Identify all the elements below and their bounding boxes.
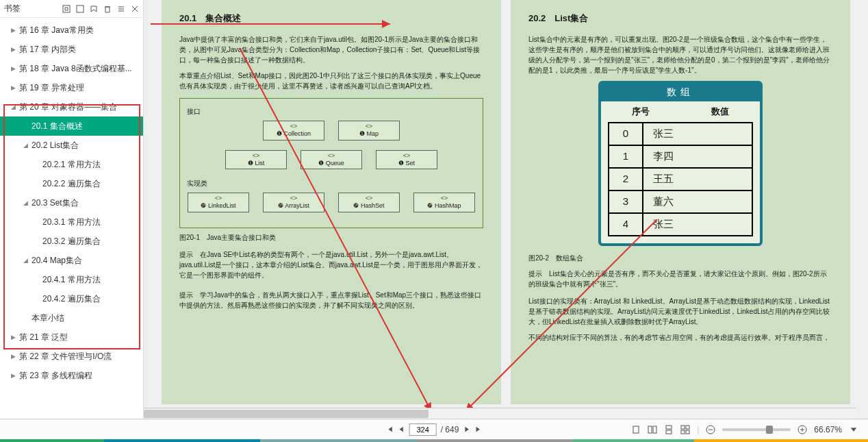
expand-toggle-icon[interactable]: ▶	[10, 334, 16, 341]
zoom-slider[interactable]	[722, 428, 791, 431]
continuous-view-icon[interactable]	[664, 425, 674, 434]
expand-toggle-icon[interactable]: ▶	[10, 27, 16, 34]
zoom-dropdown-icon[interactable]	[849, 425, 858, 434]
expand-toggle-icon[interactable]: ◢	[22, 199, 29, 206]
uml-box: <>❶ Queue	[301, 150, 362, 170]
bookmark-label: 第 23 章 多线程编程	[19, 370, 92, 382]
table-row: 1李四	[609, 145, 752, 167]
svg-rect-10	[681, 426, 685, 429]
uml-box: <>❿ HashSet	[338, 193, 400, 212]
bookmark-label: 第 19 章 异常处理	[19, 82, 84, 94]
prev-page-icon[interactable]	[398, 426, 405, 433]
svg-rect-5	[633, 426, 639, 433]
bookmark-item[interactable]: ▶第 19 章 异常处理	[0, 78, 143, 97]
expand-toggle-icon[interactable]: ◢	[22, 257, 29, 264]
expand-toggle-icon[interactable]: ◢	[10, 103, 16, 110]
svg-rect-8	[666, 426, 672, 429]
last-page-icon[interactable]	[474, 426, 482, 433]
bookmark-item[interactable]: ▶第 18 章 Java 8函数式编程基...	[0, 59, 143, 78]
expand-toggle-icon[interactable]: ▶	[10, 84, 16, 91]
bookmark-item[interactable]: 本章小结	[0, 308, 143, 328]
uml-box: <>❶ Collection	[263, 121, 324, 140]
document-viewer: 20.1 集合概述 Java中提供了丰富的集合接口和类，它们来自于java.ut…	[144, 0, 868, 419]
bookmark-item[interactable]: ◢第 20 章 对象容器——集合	[0, 97, 143, 116]
bookmark-item[interactable]: 20.2.1 常用方法	[0, 155, 143, 174]
table-row: 4张三	[609, 212, 752, 235]
continuous-two-page-icon[interactable]	[680, 425, 690, 434]
bookmark-label: 20.4 Map集合	[31, 255, 82, 267]
bookmark-label: 20.2 List集合	[31, 140, 79, 151]
page-navigator: / 649	[386, 423, 483, 436]
new-bookmark-icon[interactable]	[90, 5, 98, 13]
expand-toggle-icon[interactable]: ▶	[10, 353, 16, 360]
paragraph: 不同的结构对应于不同的算法，有的考虑节省占用空间，有的考虑提高运行效率。对于程序…	[528, 332, 832, 343]
bookmark-label: 20.2.2 遍历集合	[42, 178, 101, 190]
settings-icon[interactable]	[117, 5, 125, 13]
bookmark-item[interactable]: 20.3.2 遍历集合	[0, 232, 143, 251]
bookmark-item[interactable]: 20.4.2 遍历集合	[0, 289, 143, 308]
uml-box: <>❿ LinkedList	[188, 193, 249, 212]
paragraph: 本章重点介绍List、Set和Map接口，因此图20-1中只列出了这三个接口的具…	[179, 71, 483, 91]
bookmark-item[interactable]: ▶第 21 章 泛型	[0, 328, 143, 347]
svg-rect-7	[653, 426, 656, 433]
section-heading: 20.2 List集合	[528, 12, 832, 25]
close-icon[interactable]	[131, 5, 139, 13]
svg-rect-1	[77, 5, 84, 12]
paragraph: Java中提供了丰富的集合接口和类，它们来自于java.util包。如图20-1…	[179, 34, 483, 65]
bookmark-item[interactable]: 20.1 集合概述	[0, 116, 143, 136]
bookmark-item[interactable]: ▶第 17 章 内部类	[0, 40, 143, 59]
bookmark-item[interactable]: ◢20.4 Map集合	[0, 251, 143, 270]
figure-caption: 图20-2 数组集合	[528, 253, 832, 263]
paragraph: List接口的实现类有：ArrayList 和 LinkedList。Array…	[528, 296, 832, 327]
horizontal-scrollbar[interactable]	[144, 408, 856, 419]
svg-rect-11	[686, 426, 689, 429]
bookmark-label: 20.4.2 遍历集合	[42, 293, 101, 305]
delete-bookmark-icon[interactable]	[103, 5, 112, 13]
expand-toggle-icon[interactable]: ▶	[10, 46, 16, 53]
bookmark-item[interactable]: 20.3.1 常用方法	[0, 212, 143, 232]
bookmark-item[interactable]: ▶第 23 章 多线程编程	[0, 366, 143, 385]
bookmark-label: 20.2.1 常用方法	[42, 159, 101, 171]
tip-paragraph: 提示 List集合关心的元素是否有序，而不关心是否重复，请大家记住这个原则。例如…	[528, 269, 832, 289]
svg-rect-13	[686, 430, 689, 434]
uml-box: <>❶ Map	[338, 121, 400, 140]
collapse-icon[interactable]	[76, 5, 84, 13]
bookmark-item[interactable]: ▶第 16 章 Java常用类	[0, 21, 143, 40]
single-page-view-icon[interactable]	[631, 425, 641, 434]
zoom-percent: 66.67%	[814, 425, 842, 434]
bookmark-label: 第 22 章 文件管理与I/O流	[19, 351, 112, 363]
next-page-icon[interactable]	[463, 426, 470, 433]
bookmark-label: 第 17 章 内部类	[19, 44, 76, 56]
bookmark-label: 第 16 章 Java常用类	[19, 25, 94, 36]
first-page-icon[interactable]	[386, 426, 394, 433]
uml-box: <>❿ HashMap	[413, 193, 475, 212]
tip-paragraph: 提示 在Java SE中List名称的类型有两个，一个是java.util.Li…	[179, 249, 483, 280]
status-bar: / 649 | 66.67%	[0, 419, 868, 439]
bookmark-item[interactable]: ◢20.2 List集合	[0, 136, 143, 155]
svg-rect-12	[681, 430, 685, 434]
bookmark-label: 20.3.1 常用方法	[42, 217, 101, 228]
expand-toggle-icon[interactable]: ▶	[10, 372, 16, 379]
zoom-out-icon[interactable]	[706, 425, 715, 434]
table-row: 3董六	[609, 190, 752, 212]
paragraph: List集合中的元素是有序的，可以重复出现。图20-2是一个班级集合数组，这个集…	[528, 34, 832, 75]
page-right: 20.2 List集合 List集合中的元素是有序的，可以重复出现。图20-2是…	[511, 0, 850, 404]
page-number-input[interactable]	[409, 423, 437, 436]
bookmark-label: 20.1 集合概述	[31, 121, 83, 132]
bookmark-tree: ▶第 16 章 Java常用类▶第 17 章 内部类▶第 18 章 Java 8…	[0, 18, 143, 419]
expand-toggle-icon[interactable]: ▶	[10, 65, 16, 72]
bookmark-item[interactable]: ▶第 22 章 文件管理与I/O流	[0, 347, 143, 366]
uml-box: <>❶ Set	[376, 150, 437, 170]
bookmark-item[interactable]: ◢20.3 Set集合	[0, 193, 143, 212]
bookmark-item[interactable]: 20.4.1 常用方法	[0, 270, 143, 289]
array-figure: 数组 序号 数值 0张三1李四2王五3董六4张三	[598, 81, 763, 246]
bookmark-label: 20.3.2 遍历集合	[42, 236, 101, 247]
two-page-view-icon[interactable]	[648, 425, 657, 434]
bookmark-item[interactable]: 20.2.2 遍历集合	[0, 174, 143, 193]
zoom-in-icon[interactable]	[797, 425, 807, 434]
tip-paragraph: 提示 学习Java中的集合，首先从两大接口入手，重点掌握List、Set和Map…	[179, 290, 483, 310]
expand-icon[interactable]	[62, 5, 71, 13]
svg-rect-9	[666, 430, 672, 434]
expand-toggle-icon[interactable]: ◢	[22, 142, 29, 149]
bookmark-label: 本章小结	[31, 312, 64, 324]
